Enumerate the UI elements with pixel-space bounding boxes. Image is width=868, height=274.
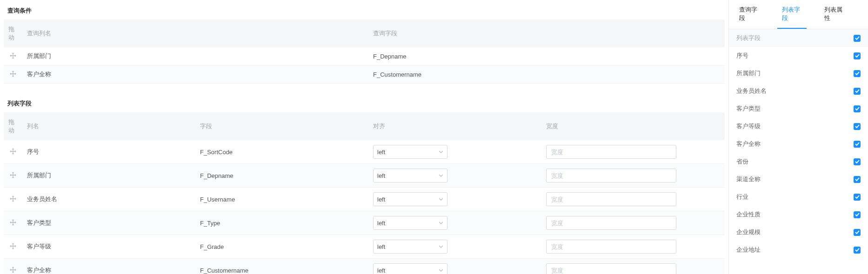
checkbox-icon[interactable] bbox=[854, 105, 861, 112]
list-name-cell: 客户类型 bbox=[22, 211, 195, 235]
check-item[interactable]: 省份 bbox=[729, 153, 868, 170]
query-name-cell: 所属部门 bbox=[22, 47, 368, 65]
check-label: 渠道全称 bbox=[736, 175, 761, 183]
check-header[interactable]: 列表字段 bbox=[729, 29, 868, 47]
width-input[interactable] bbox=[546, 240, 676, 254]
table-row: 客户全称F_Customernameleft bbox=[4, 259, 725, 274]
drag-handle-icon[interactable] bbox=[10, 172, 16, 180]
width-input[interactable] bbox=[546, 192, 676, 206]
col-align: 对齐 bbox=[368, 112, 541, 140]
check-label: 企业规模 bbox=[736, 228, 761, 236]
drag-handle-icon[interactable] bbox=[10, 148, 16, 156]
col-queryname: 查询列名 bbox=[22, 20, 368, 47]
chevron-down-icon bbox=[439, 243, 443, 250]
width-input[interactable] bbox=[546, 216, 676, 230]
query-name-cell: 客户全称 bbox=[22, 65, 368, 84]
table-row: 所属部门F_Depnameleft bbox=[4, 164, 725, 188]
drag-handle-icon[interactable] bbox=[10, 243, 16, 251]
width-input[interactable] bbox=[546, 145, 676, 159]
check-item[interactable]: 客户类型 bbox=[729, 100, 868, 117]
table-row: 客户类型F_Typeleft bbox=[4, 211, 725, 235]
align-value: left bbox=[377, 267, 385, 274]
check-item[interactable]: 企业地址 bbox=[729, 241, 868, 259]
list-field-cell: F_Type bbox=[195, 211, 368, 235]
check-item[interactable]: 客户全称 bbox=[729, 135, 868, 153]
query-table: 拖动 查询列名 查询字段 所属部门F_Depname客户全称F_Customer… bbox=[4, 20, 725, 84]
list-name-cell: 序号 bbox=[22, 140, 195, 164]
check-label: 企业性质 bbox=[736, 210, 761, 219]
checkbox-icon[interactable] bbox=[854, 176, 861, 183]
width-input[interactable] bbox=[546, 263, 676, 274]
field-check-list: 列表字段序号所属部门业务员姓名客户类型客户等级客户全称省份渠道全称行业企业性质企… bbox=[729, 29, 868, 274]
list-field-cell: F_Depname bbox=[195, 164, 368, 188]
align-select[interactable]: left bbox=[373, 145, 447, 159]
table-row: 业务员姓名F_Usernameleft bbox=[4, 188, 725, 211]
check-item[interactable]: 企业规模 bbox=[729, 223, 868, 241]
list-section-title: 列表字段 bbox=[4, 97, 725, 112]
align-value: left bbox=[377, 149, 385, 156]
drag-handle-icon[interactable] bbox=[10, 71, 16, 78]
checkbox-icon[interactable] bbox=[854, 35, 861, 42]
drag-handle-icon[interactable] bbox=[10, 219, 16, 227]
col-name: 列名 bbox=[22, 112, 195, 140]
check-label: 客户类型 bbox=[736, 104, 761, 113]
check-item[interactable]: 企业性质 bbox=[729, 206, 868, 223]
checkbox-icon[interactable] bbox=[854, 194, 861, 201]
checkbox-icon[interactable] bbox=[854, 141, 861, 148]
align-value: left bbox=[377, 196, 385, 203]
list-table: 拖动 列名 字段 对齐 宽度 序号F_SortCodeleft所属部门F_Dep… bbox=[4, 112, 725, 274]
align-select[interactable]: left bbox=[373, 216, 447, 230]
check-label: 所属部门 bbox=[736, 69, 761, 78]
align-select[interactable]: left bbox=[373, 240, 447, 254]
checkbox-icon[interactable] bbox=[854, 123, 861, 130]
chevron-down-icon bbox=[439, 267, 443, 274]
align-value: left bbox=[377, 172, 385, 179]
check-item[interactable]: 客户等级 bbox=[729, 117, 868, 135]
drag-handle-icon[interactable] bbox=[10, 196, 16, 203]
drag-handle-icon[interactable] bbox=[10, 267, 16, 274]
align-select[interactable]: left bbox=[373, 192, 447, 206]
align-value: left bbox=[377, 243, 385, 250]
list-name-cell: 客户等级 bbox=[22, 235, 195, 259]
query-field-cell: F_Customername bbox=[368, 65, 725, 84]
check-label: 企业地址 bbox=[736, 246, 761, 254]
col-field: 字段 bbox=[195, 112, 368, 140]
tab-列表属性[interactable]: 列表属性 bbox=[820, 0, 849, 29]
tab-列表字段[interactable]: 列表字段 bbox=[777, 0, 807, 29]
check-label: 省份 bbox=[736, 157, 748, 166]
table-row: 客户等级F_Gradeleft bbox=[4, 235, 725, 259]
check-item[interactable]: 业务员姓名 bbox=[729, 82, 868, 100]
check-item[interactable]: 所属部门 bbox=[729, 65, 868, 82]
check-label: 序号 bbox=[736, 52, 748, 60]
table-row: 序号F_SortCodeleft bbox=[4, 140, 725, 164]
table-row: 所属部门F_Depname bbox=[4, 47, 725, 65]
checkbox-icon[interactable] bbox=[854, 229, 861, 236]
query-field-cell: F_Depname bbox=[368, 47, 725, 65]
check-item[interactable]: 渠道全称 bbox=[729, 170, 868, 188]
checkbox-icon[interactable] bbox=[854, 158, 861, 165]
check-item[interactable]: 序号 bbox=[729, 47, 868, 65]
drag-handle-icon[interactable] bbox=[10, 52, 16, 60]
checkbox-icon[interactable] bbox=[854, 88, 861, 95]
align-select[interactable]: left bbox=[373, 169, 447, 183]
list-field-cell: F_SortCode bbox=[195, 140, 368, 164]
side-panel: 查询字段列表字段列表属性 列表字段序号所属部门业务员姓名客户类型客户等级客户全称… bbox=[728, 0, 868, 274]
check-item[interactable]: 行业 bbox=[729, 188, 868, 206]
checkbox-icon[interactable] bbox=[854, 52, 861, 59]
checkbox-icon[interactable] bbox=[854, 247, 861, 254]
table-row: 客户全称F_Customername bbox=[4, 65, 725, 84]
col-drag: 拖动 bbox=[4, 20, 22, 47]
tab-查询字段[interactable]: 查询字段 bbox=[734, 0, 764, 29]
checkbox-icon[interactable] bbox=[854, 70, 861, 77]
width-input[interactable] bbox=[546, 169, 676, 183]
check-label: 行业 bbox=[736, 193, 748, 201]
checkbox-icon[interactable] bbox=[854, 211, 861, 218]
check-label: 客户全称 bbox=[736, 140, 761, 148]
chevron-down-icon bbox=[439, 172, 443, 179]
check-header-label: 列表字段 bbox=[736, 34, 761, 42]
list-name-cell: 所属部门 bbox=[22, 164, 195, 188]
list-field-cell: F_Username bbox=[195, 188, 368, 211]
col-width: 宽度 bbox=[541, 112, 725, 140]
align-select[interactable]: left bbox=[373, 263, 447, 274]
tabs: 查询字段列表字段列表属性 bbox=[729, 0, 868, 29]
